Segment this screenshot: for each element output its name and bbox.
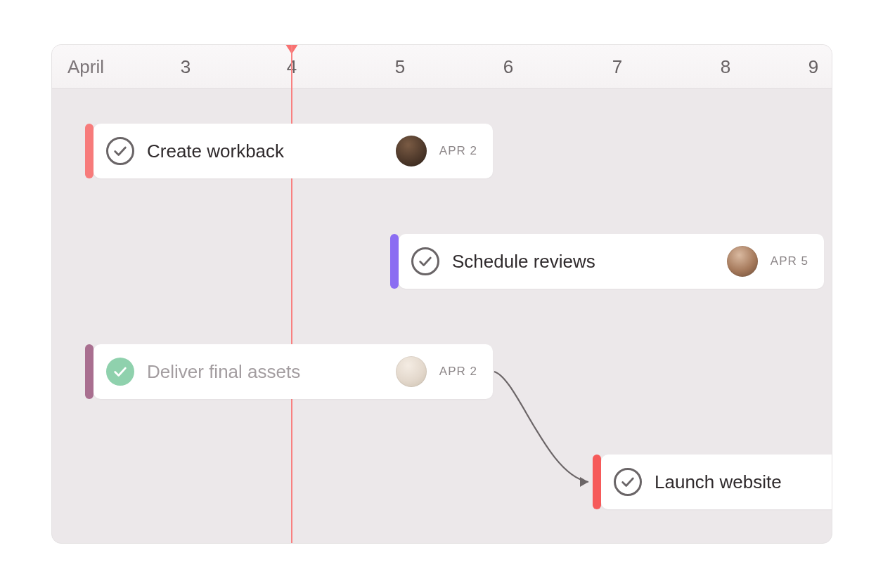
assignee-avatar[interactable]: [727, 246, 758, 277]
complete-checkbox[interactable]: [106, 358, 134, 386]
task-color-stripe: [85, 344, 94, 399]
task-card[interactable]: Launch website: [601, 455, 832, 509]
task-color-stripe: [85, 124, 94, 178]
day-label: 7: [612, 56, 622, 78]
month-label: April: [67, 56, 104, 78]
svg-marker-0: [580, 477, 588, 487]
day-label: 3: [181, 56, 191, 78]
dependency-arrow: [491, 369, 600, 493]
task-card[interactable]: Schedule reviewsAPR 5: [399, 234, 824, 289]
timeline-header: April 3456789: [52, 45, 832, 89]
task-title: Schedule reviews: [452, 251, 595, 273]
task-color-stripe: [390, 234, 399, 289]
due-date: APR 5: [771, 254, 808, 268]
day-label: 8: [721, 56, 730, 78]
timeline-panel: April 3456789 Create workbackAPR 2Schedu…: [51, 44, 832, 544]
task-card[interactable]: Create workbackAPR 2: [94, 124, 493, 178]
due-date: APR 2: [439, 365, 477, 379]
task-title: Create workback: [147, 141, 284, 162]
task-title: Launch website: [655, 471, 782, 493]
task-title: Deliver final assets: [147, 361, 300, 383]
assignee-avatar[interactable]: [396, 356, 427, 387]
complete-checkbox[interactable]: [106, 137, 134, 165]
complete-checkbox[interactable]: [411, 247, 439, 275]
assignee-avatar[interactable]: [396, 136, 427, 166]
day-label: 6: [503, 56, 513, 78]
task-card[interactable]: Deliver final assetsAPR 2: [94, 344, 493, 399]
day-label: 5: [395, 56, 405, 78]
complete-checkbox[interactable]: [614, 468, 642, 496]
day-label: 9: [808, 56, 818, 78]
today-line: [291, 45, 292, 543]
due-date: APR 2: [439, 144, 477, 158]
